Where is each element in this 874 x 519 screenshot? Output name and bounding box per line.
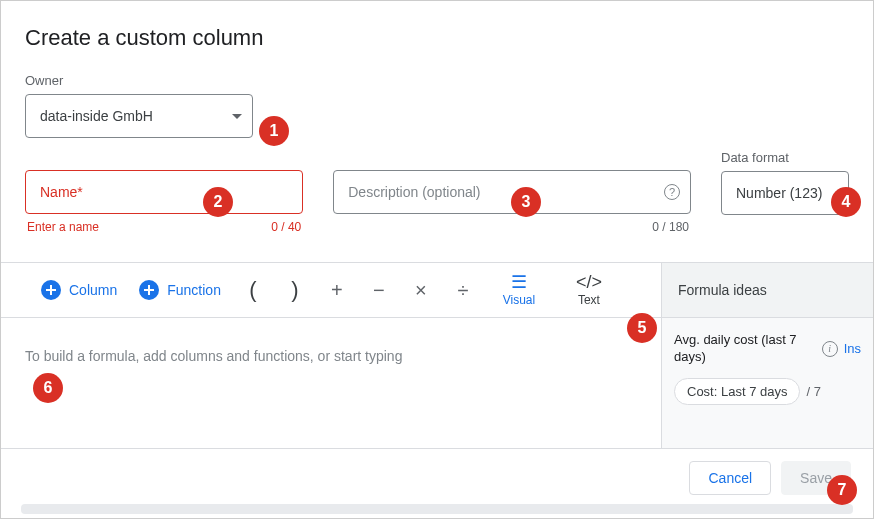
format-value: Number (123) xyxy=(736,185,822,201)
text-mode-label: Text xyxy=(578,293,600,307)
info-icon[interactable]: i xyxy=(822,341,838,357)
description-counter: 0 / 180 xyxy=(333,220,691,234)
open-paren-button[interactable]: ( xyxy=(243,277,263,303)
visual-mode-label: Visual xyxy=(503,293,535,307)
idea-title: Avg. daily cost (last 7 days) xyxy=(674,332,816,366)
annotation-badge: 6 xyxy=(33,373,63,403)
name-counter: 0 / 40 xyxy=(271,220,301,234)
name-placeholder: Name* xyxy=(40,184,83,200)
formula-ideas-header: Formula ideas xyxy=(661,263,873,317)
format-label: Data format xyxy=(721,150,849,165)
description-placeholder: Description (optional) xyxy=(348,184,480,200)
idea-chip[interactable]: Cost: Last 7 days xyxy=(674,378,800,405)
cancel-button[interactable]: Cancel xyxy=(689,461,771,495)
formula-placeholder: To build a formula, add columns and func… xyxy=(5,348,402,364)
annotation-badge: 5 xyxy=(627,313,657,343)
owner-value: data-inside GmbH xyxy=(40,108,153,124)
add-column-button[interactable]: Column xyxy=(41,280,117,300)
multiply-operator-button[interactable]: × xyxy=(411,279,431,302)
idea-suffix: / 7 xyxy=(806,384,820,399)
name-error: Enter a name xyxy=(27,220,99,234)
owner-label: Owner xyxy=(25,73,849,88)
annotation-badge: 4 xyxy=(831,187,861,217)
close-paren-button[interactable]: ) xyxy=(285,277,305,303)
annotation-badge: 1 xyxy=(259,116,289,146)
formula-ideas-panel: Avg. daily cost (last 7 days) i Ins Cost… xyxy=(661,318,873,448)
code-icon: </> xyxy=(576,273,602,291)
annotation-badge: 7 xyxy=(827,475,857,505)
add-function-label: Function xyxy=(167,282,221,298)
formula-editor[interactable]: To build a formula, add columns and func… xyxy=(1,318,661,448)
minus-operator-button[interactable]: − xyxy=(369,279,389,302)
add-column-label: Column xyxy=(69,282,117,298)
visual-icon: ☰ xyxy=(511,273,527,291)
help-icon[interactable]: ? xyxy=(664,184,680,200)
divide-operator-button[interactable]: ÷ xyxy=(453,279,473,302)
text-mode-button[interactable]: </> Text xyxy=(565,273,613,307)
plus-operator-button[interactable]: + xyxy=(327,279,347,302)
horizontal-scrollbar[interactable] xyxy=(21,504,853,514)
add-function-button[interactable]: Function xyxy=(139,280,221,300)
annotation-badge: 3 xyxy=(511,187,541,217)
annotation-badge: 2 xyxy=(203,187,233,217)
owner-select[interactable]: data-inside GmbH xyxy=(25,94,253,138)
chevron-down-icon xyxy=(232,114,242,119)
name-input[interactable]: Name* xyxy=(25,170,303,214)
plus-icon xyxy=(139,280,159,300)
dialog-title: Create a custom column xyxy=(25,25,849,51)
insert-idea-button[interactable]: Ins xyxy=(844,341,861,356)
data-format-select[interactable]: Number (123) xyxy=(721,171,849,215)
visual-mode-button[interactable]: ☰ Visual xyxy=(495,273,543,307)
plus-icon xyxy=(41,280,61,300)
